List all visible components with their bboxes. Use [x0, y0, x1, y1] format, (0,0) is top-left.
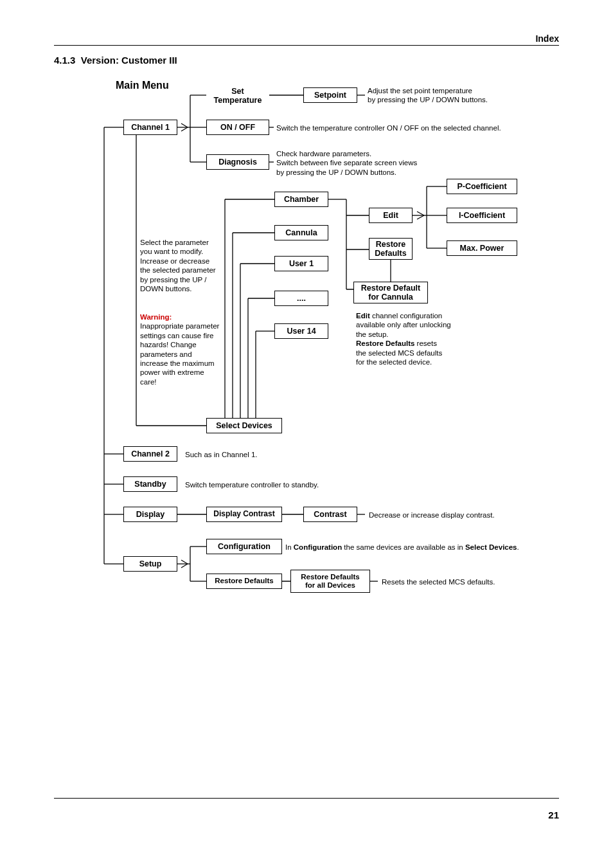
restore-all-l1: Restore Defaults	[301, 573, 359, 581]
cfg-c: the same devices are available as in	[342, 543, 465, 551]
svg-line-11	[181, 123, 188, 127]
chamber-box: Chamber	[274, 192, 328, 207]
edit-box: Edit	[369, 208, 413, 223]
config-note: In Configuration the same devices are av…	[285, 543, 519, 552]
user14-box: User 14	[274, 323, 328, 339]
warning-body: Inappropriate parameter settings can cau…	[140, 322, 219, 385]
channel2-box: Channel 2	[123, 446, 177, 462]
svg-line-12	[181, 127, 188, 131]
cfg-a: In	[285, 543, 294, 551]
section-number: 4.1.3	[54, 55, 75, 66]
header-index: Index	[54, 33, 559, 45]
restore-all-box: Restore Defaults for all Devices	[290, 570, 370, 593]
setpoint-box: Setpoint	[303, 87, 357, 103]
cannula-box: Cannula	[274, 225, 328, 240]
rule-top	[54, 45, 559, 46]
restore-all-l2: for all Devices	[305, 581, 355, 590]
edit-note: Edit channel configuration available onl…	[356, 311, 472, 366]
display-box: Display	[123, 507, 177, 522]
configuration-box: Configuration	[206, 539, 282, 554]
edit-note-b2: Restore Defaults	[356, 339, 414, 347]
rule-bottom	[54, 798, 559, 799]
restore-l1: Restore	[376, 240, 406, 249]
set-temperature-text: Set Temperature	[206, 85, 269, 107]
standby-note: Switch temperature controller to standby…	[185, 480, 319, 489]
cfg-d: Select Devices	[465, 543, 517, 551]
onoff-box: ON / OFF	[206, 120, 269, 135]
set-temp-l1: Set	[231, 87, 244, 96]
edit-note-t4: resets	[414, 339, 437, 347]
onoff-note: Switch the temperature controller ON / O…	[276, 123, 520, 132]
edit-note-t6: for the selected device.	[356, 358, 432, 366]
restore-cannula-l1: Restore Default	[361, 284, 420, 293]
set-temp-l2: Temperature	[214, 96, 262, 105]
diagnosis-box: Diagnosis	[206, 154, 269, 170]
edit-note-b1: Edit	[356, 312, 370, 320]
maxpower-box: Max. Power	[447, 240, 517, 256]
page-number: 21	[548, 809, 559, 820]
restore-cannula-box: Restore Default for Cannula	[353, 282, 428, 303]
svg-line-50	[181, 560, 188, 564]
main-menu-title: Main Menu	[116, 80, 169, 91]
restore-defaults-setup-box: Restore Defaults	[206, 574, 282, 589]
channel2-note: Such as in Channel 1.	[185, 450, 258, 459]
edit-note-t1: channel configuration	[370, 312, 443, 320]
setpoint-note: Adjust the set point temperatureby press…	[368, 86, 509, 105]
pcoef-box: P-Coefficient	[447, 179, 517, 194]
restore-cannula-l2: for Cannula	[368, 293, 413, 302]
restore-all-note: Resets the selected MCS defaults.	[382, 577, 495, 586]
svg-line-51	[181, 564, 188, 568]
diagnosis-note: Check hardware parameters.Switch between…	[276, 149, 469, 177]
standby-box: Standby	[123, 476, 177, 492]
restore-defaults-box: Restore Defaults	[369, 238, 413, 260]
section-name: Version: Customer III	[81, 55, 177, 66]
restore-l2: Defaults	[375, 249, 406, 258]
warning-label: Warning:	[140, 313, 172, 321]
edit-note-t5: the selected MCS defaults	[356, 349, 442, 357]
svg-line-40	[417, 215, 424, 219]
cfg-b: Configuration	[294, 543, 342, 551]
warning-block: Warning: Inappropriate parameter setting…	[140, 312, 221, 386]
icoef-box: I-Coefficient	[447, 208, 517, 223]
page: Index 4.1.3 Version: Customer III	[0, 0, 613, 868]
display-contrast-box: Display Contrast	[206, 507, 282, 522]
svg-line-39	[417, 212, 424, 215]
user1-box: User 1	[274, 256, 328, 271]
select-devices-box: Select Devices	[206, 418, 282, 433]
contrast-box: Contrast	[303, 507, 357, 522]
edit-note-t3: the setup.	[356, 330, 389, 338]
diagram: Main Menu Channel 1 Set Set Temperature …	[54, 77, 559, 617]
contrast-note: Decrease or increase display contrast.	[369, 511, 495, 520]
select-note: Select the parameter you want to modify.…	[140, 238, 221, 293]
section-title: 4.1.3 Version: Customer III	[54, 55, 559, 66]
channel1-box: Channel 1	[123, 120, 177, 135]
setup-box: Setup	[123, 556, 177, 572]
edit-note-t2: available only after unlocking	[356, 321, 451, 329]
cfg-e: .	[517, 543, 519, 551]
ellipsis-box: ....	[274, 291, 328, 306]
